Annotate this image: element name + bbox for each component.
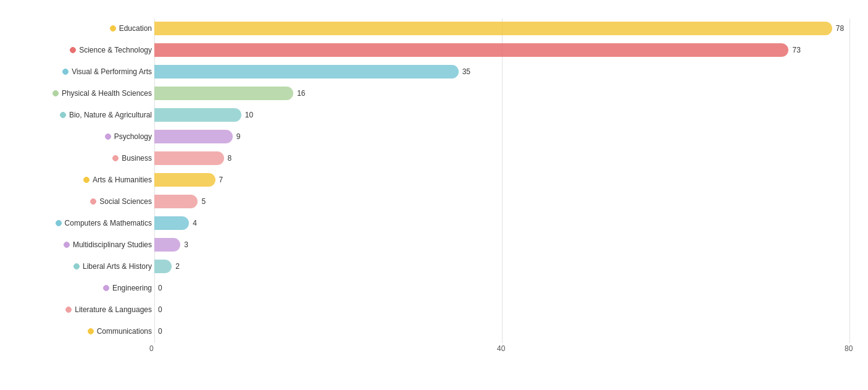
bar-value: 0 xyxy=(158,327,162,336)
x-axis-tick: 0 xyxy=(149,344,154,353)
bar-label: Arts & Humanities xyxy=(19,176,154,184)
bar xyxy=(154,151,224,165)
bar-dot-icon xyxy=(110,25,116,32)
bar-label: Engineering xyxy=(19,284,154,292)
bar-row: Arts & Humanities7 xyxy=(19,170,849,190)
bar-value: 4 xyxy=(193,219,197,227)
bar xyxy=(154,130,233,143)
bar-container: 2 xyxy=(154,260,849,273)
bar xyxy=(154,216,189,230)
bar-label: Business xyxy=(19,154,154,163)
bar-value: 2 xyxy=(175,262,180,271)
bar-container: 8 xyxy=(154,151,849,165)
bar-container: 3 xyxy=(154,238,849,252)
bar-container: 0 xyxy=(154,303,849,316)
bar-value: 0 xyxy=(158,284,162,292)
bar-dot-icon xyxy=(52,90,59,96)
bar-value: 3 xyxy=(184,240,188,249)
bar-row: Bio, Nature & Agricultural10 xyxy=(19,105,849,125)
bar-value: 5 xyxy=(201,197,206,206)
bar-value: 8 xyxy=(228,154,232,163)
bar xyxy=(154,195,198,208)
bar-value: 16 xyxy=(297,89,305,98)
chart-area: Education78Science & Technology73Visual … xyxy=(19,19,849,343)
bar-value: 73 xyxy=(792,46,800,54)
bar-container: 0 xyxy=(154,324,849,338)
bar-row: Physical & Health Sciences16 xyxy=(19,83,849,103)
bar xyxy=(154,260,172,273)
bar-container: 4 xyxy=(154,216,849,230)
bar-dot-icon xyxy=(62,69,69,75)
bar-row: Multidisciplinary Studies3 xyxy=(19,235,849,255)
bar-container: 35 xyxy=(154,65,849,78)
bar-value: 7 xyxy=(219,176,223,184)
bar-label: Communications xyxy=(19,327,154,336)
grid-line xyxy=(849,19,850,343)
bar-dot-icon xyxy=(112,155,119,161)
bar xyxy=(154,108,241,122)
bar-dot-icon xyxy=(90,198,96,205)
bar-label: Physical & Health Sciences xyxy=(19,89,154,98)
bar-label: Computers & Mathematics xyxy=(19,219,154,227)
bar-row: Computers & Mathematics4 xyxy=(19,213,849,233)
bar-dot-icon xyxy=(103,285,109,291)
bar-row: Visual & Performing Arts35 xyxy=(19,62,849,82)
bar-container: 0 xyxy=(154,281,849,295)
bar-row: Psychology9 xyxy=(19,127,849,146)
bar-row: Science & Technology73 xyxy=(19,40,849,60)
bar-row: Liberal Arts & History2 xyxy=(19,256,849,276)
x-axis-tick: 40 xyxy=(497,344,505,353)
bar-dot-icon xyxy=(64,242,70,248)
bar-container: 5 xyxy=(154,195,849,208)
bar-row: Engineering0 xyxy=(19,278,849,298)
bar-value: 10 xyxy=(245,111,253,119)
page-container: Education78Science & Technology73Visual … xyxy=(19,19,849,343)
bar-row: Education78 xyxy=(19,19,849,38)
x-axis-tick: 80 xyxy=(845,344,853,353)
bar-row: Business8 xyxy=(19,148,849,168)
bar xyxy=(154,87,293,100)
bar-container: 9 xyxy=(154,130,849,143)
bar-container: 73 xyxy=(154,43,849,57)
grid-and-bars: Education78Science & Technology73Visual … xyxy=(19,19,849,343)
bar-container: 16 xyxy=(154,87,849,100)
bar-label: Liberal Arts & History xyxy=(19,262,154,271)
bar-label: Science & Technology xyxy=(19,46,154,54)
bar-dot-icon xyxy=(70,47,76,53)
bar xyxy=(154,22,832,35)
bar-dot-icon xyxy=(88,328,94,334)
bar-dot-icon xyxy=(105,134,111,140)
bar-row: Communications0 xyxy=(19,321,849,341)
bar-label: Multidisciplinary Studies xyxy=(19,240,154,249)
bar xyxy=(154,238,180,252)
bar-value: 35 xyxy=(462,67,470,76)
bar-dot-icon xyxy=(83,177,90,183)
bar-label: Social Sciences xyxy=(19,197,154,206)
bar-container: 10 xyxy=(154,108,849,122)
bar xyxy=(154,173,215,187)
bar-value: 0 xyxy=(158,305,162,314)
bar-value: 9 xyxy=(236,132,241,141)
bar-value: 78 xyxy=(836,24,844,33)
bar-label: Visual & Performing Arts xyxy=(19,67,154,76)
bar xyxy=(154,65,459,78)
bar-row: Social Sciences5 xyxy=(19,192,849,211)
bar-container: 78 xyxy=(154,22,849,35)
bar-label: Bio, Nature & Agricultural xyxy=(19,111,154,119)
bar-row: Literature & Languages0 xyxy=(19,300,849,320)
bar-dot-icon xyxy=(73,263,80,269)
bar-label: Education xyxy=(19,24,154,33)
bar-label: Psychology xyxy=(19,132,154,141)
bar-dot-icon xyxy=(56,220,62,226)
bar xyxy=(154,43,788,57)
bar-label: Literature & Languages xyxy=(19,305,154,314)
bar-container: 7 xyxy=(154,173,849,187)
bar-dot-icon xyxy=(60,112,66,118)
bar-dot-icon xyxy=(65,307,72,313)
